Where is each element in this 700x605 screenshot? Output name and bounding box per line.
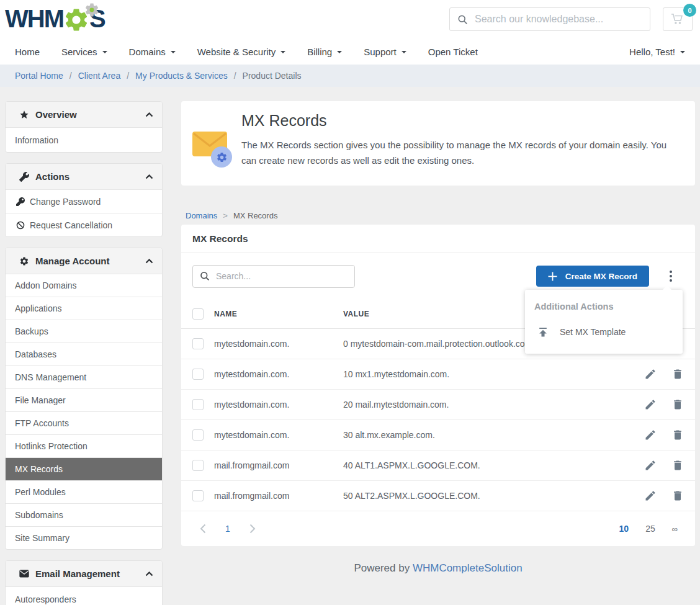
cart-button[interactable]: 0 xyxy=(663,7,693,31)
menu-item-set-mx-template[interactable]: Set MX Template xyxy=(525,326,683,338)
main-column: MX Records The MX Records section gives … xyxy=(181,101,695,591)
delete-button[interactable] xyxy=(671,459,684,472)
sidebar-item-request-cancellation[interactable]: Request Cancellation xyxy=(6,213,162,236)
sidebar-header-actions[interactable]: Actions xyxy=(6,164,162,189)
page-number[interactable]: 1 xyxy=(225,524,230,534)
sidebar-item-perl-modules[interactable]: Perl Modules xyxy=(6,480,162,503)
sidebar-item-backups[interactable]: Backups xyxy=(6,320,162,343)
additional-actions-button[interactable] xyxy=(665,266,676,287)
edit-button[interactable] xyxy=(644,490,657,502)
key-icon xyxy=(16,197,25,206)
content: Overview Information Actions Change Pass… xyxy=(0,87,700,605)
sidebar-item-hotlinks-protection[interactable]: Hotlinks Protection xyxy=(6,434,162,457)
edit-button[interactable] xyxy=(644,368,657,380)
chevron-left-icon xyxy=(200,524,206,534)
trash-icon xyxy=(671,490,684,502)
record-name: mytestdomain.com. xyxy=(214,369,343,379)
star-icon xyxy=(19,110,29,120)
knowledgebase-search xyxy=(449,7,650,31)
next-page-button[interactable] xyxy=(248,524,257,534)
page-size-25[interactable]: 25 xyxy=(645,524,655,534)
record-name: mytestdomain.com. xyxy=(214,339,343,349)
sidebar: Overview Information Actions Change Pass… xyxy=(5,101,163,605)
gear-icon xyxy=(19,256,29,266)
sidebar-item-ftp-accounts[interactable]: FTP Accounts xyxy=(6,411,162,434)
product-header-card: MX Records The MX Records section gives … xyxy=(181,101,695,186)
user-menu[interactable]: Hello, Test! xyxy=(629,47,685,57)
nav-item-billing[interactable]: Billing xyxy=(307,47,342,57)
edit-button[interactable] xyxy=(644,398,657,411)
row-checkbox[interactable] xyxy=(192,369,204,380)
sidebar-item-file-manager[interactable]: File Manager xyxy=(6,388,162,411)
page-size-10[interactable]: 10 xyxy=(619,524,629,534)
content-breadcrumb-domains[interactable]: Domains xyxy=(186,211,217,220)
page-size-all[interactable]: ∞ xyxy=(672,524,678,534)
footer-link[interactable]: WHMCompleteSolution xyxy=(413,562,523,574)
nav-item-website-security[interactable]: Website & Security xyxy=(197,47,285,57)
pencil-icon xyxy=(644,490,657,502)
panel-title: MX Records xyxy=(181,225,695,253)
sidebar-header-overview[interactable]: Overview xyxy=(6,102,162,127)
upload-icon xyxy=(537,326,549,338)
sidebar-item-applications[interactable]: Applications xyxy=(6,297,162,320)
knowledgebase-search-input[interactable] xyxy=(475,14,642,25)
whmcs-logo[interactable]: WHM S xyxy=(5,2,105,35)
sidebar-header-email-management[interactable]: Email Management xyxy=(6,561,162,586)
pencil-icon xyxy=(644,398,657,411)
sidebar-item-mx-records[interactable]: MX Records xyxy=(6,457,162,480)
row-checkbox[interactable] xyxy=(192,399,204,410)
sidebar-item-addon-domains[interactable]: Addon Domains xyxy=(6,274,162,297)
sidebar-item-site-summary[interactable]: Site Summary xyxy=(6,526,162,549)
caret-down-icon xyxy=(171,51,176,53)
delete-button[interactable] xyxy=(671,490,684,502)
nav-item-domains[interactable]: Domains xyxy=(129,47,176,57)
row-checkbox[interactable] xyxy=(192,460,204,471)
breadcrumb-portal-home[interactable]: Portal Home xyxy=(15,71,63,81)
table-search xyxy=(192,265,355,288)
trash-icon xyxy=(671,368,684,380)
delete-button[interactable] xyxy=(671,398,684,411)
pencil-icon xyxy=(644,368,657,380)
trash-icon xyxy=(671,459,684,472)
sidebar-item-databases[interactable]: Databases xyxy=(6,343,162,365)
select-all-checkbox[interactable] xyxy=(192,308,204,320)
table-search-input[interactable] xyxy=(216,271,348,281)
edit-button[interactable] xyxy=(644,459,657,472)
delete-button[interactable] xyxy=(671,368,684,380)
row-checkbox[interactable] xyxy=(192,338,204,349)
pagination: 1 10 25 ∞ xyxy=(181,511,695,546)
sidebar-item-information[interactable]: Information xyxy=(6,127,162,152)
nav-item-services[interactable]: Services xyxy=(61,47,107,57)
nav-item-open-ticket[interactable]: Open Ticket xyxy=(428,47,478,57)
row-checkbox[interactable] xyxy=(192,429,204,441)
sidebar-item-dns-management[interactable]: DNS Management xyxy=(6,365,162,388)
wrench-icon xyxy=(19,172,29,182)
chevron-up-icon xyxy=(145,112,153,117)
sidebar-item-change-password[interactable]: Change Password xyxy=(6,189,162,213)
footer: Powered by WHMCompleteSolution xyxy=(181,546,695,591)
record-name: mail.fromgmail.com xyxy=(214,491,343,501)
sidebar-item-autoresponders[interactable]: Autoresponders xyxy=(6,586,162,605)
sidebar-item-subdomains[interactable]: Subdomains xyxy=(6,503,162,526)
nav-item-support[interactable]: Support xyxy=(364,47,406,57)
breadcrumb-current: Product Details xyxy=(243,71,302,81)
row-checkbox[interactable] xyxy=(192,490,204,501)
logo-gear-icon xyxy=(63,2,91,35)
create-mx-record-button[interactable]: Create MX Record xyxy=(536,266,649,287)
delete-button[interactable] xyxy=(671,429,684,441)
envelope-icon xyxy=(19,570,29,578)
mx-records-product-icon xyxy=(192,132,241,186)
sidebar-header-manage-account[interactable]: Manage Account xyxy=(6,248,162,274)
breadcrumb-my-products[interactable]: My Products & Services xyxy=(135,71,228,81)
chevron-right-icon xyxy=(249,524,256,534)
small-gear-icon xyxy=(84,2,100,18)
main-nav: Home Services Domains Website & Security… xyxy=(0,38,700,65)
prev-page-button[interactable] xyxy=(199,524,207,534)
table-row: mail.fromgmail.com 50 ALT2.ASPMX.L.GOOGL… xyxy=(181,481,695,511)
nav-item-home[interactable]: Home xyxy=(15,47,40,57)
ban-icon xyxy=(16,221,25,230)
edit-button[interactable] xyxy=(644,429,657,441)
sidebar-section-actions: Actions Change Password Request Cancella… xyxy=(5,163,163,237)
breadcrumb-client-area[interactable]: Client Area xyxy=(78,71,120,81)
breadcrumb-separator: / xyxy=(70,71,72,81)
